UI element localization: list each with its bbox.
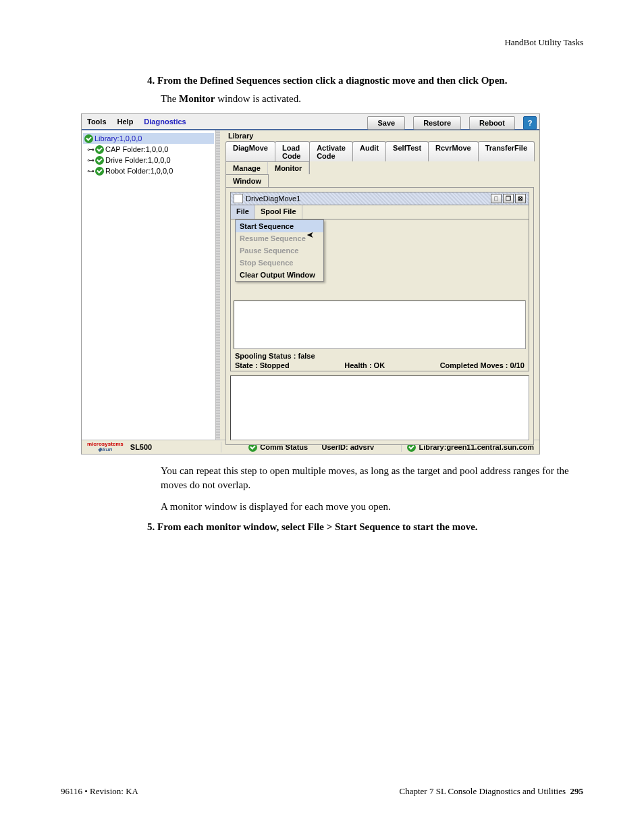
tab-panel: DriveDiagMove1 □ ❐ ⊠ File Spool File Sta… [225, 187, 534, 445]
tabs-row-2: Manage Monitor [225, 161, 310, 174]
inner-menu-file[interactable]: File [231, 205, 255, 219]
step-4-body-post: window is activated. [215, 93, 300, 104]
step-5: 5. From each monitor window, select File… [147, 521, 583, 533]
sun-logo-icon: microsystems ◆Sun [87, 442, 124, 452]
window-titlebar[interactable]: DriveDiagMove1 □ ❐ ⊠ [231, 192, 529, 205]
menu-help[interactable]: Help [112, 116, 139, 127]
window-title: DriveDiagMove1 [246, 194, 300, 203]
page-footer: 96116 • Revision: KA Chapter 7 SL Consol… [61, 786, 583, 797]
check-icon [95, 156, 104, 165]
right-pane: Library DiagMove Load Code Activate Code… [220, 130, 539, 440]
menu-diagnostics[interactable]: Diagnostics [138, 116, 191, 127]
page-number: 295 [570, 786, 584, 796]
step-5-number: 5. [147, 521, 155, 532]
inner-statusbar: State : Stopped Health : OK Completed Mo… [235, 361, 525, 369]
tab-loadcode[interactable]: Load Code [275, 141, 310, 161]
tree-item-cap[interactable]: ⊶ CAP Folder:1,0,0,0 [83, 144, 214, 155]
completed-moves-label: Completed Moves : 0/10 [440, 361, 525, 369]
minimize-icon[interactable]: □ [491, 194, 502, 203]
step-4-body-bold: Monitor [179, 93, 215, 104]
file-dropdown: Start Sequence Resume Sequence Pause Seq… [235, 219, 324, 282]
check-icon [95, 167, 104, 176]
tabs-row-1: DiagMove Load Code Activate Code Audit S… [225, 141, 534, 161]
inner-menu-spoolfile[interactable]: Spool File [255, 205, 302, 219]
footer-right: Chapter 7 SL Console Diagnostics and Uti… [400, 786, 584, 797]
save-button[interactable]: Save [367, 116, 405, 130]
tree-item-label: Robot Folder:1,0,0,0 [105, 167, 173, 175]
bottom-output-area [230, 375, 529, 440]
tab-monitor[interactable]: Monitor [268, 162, 309, 174]
tree-root[interactable]: Library:1,0,0,0 [83, 133, 214, 144]
step-4-body: The Monitor window is activated. [161, 92, 583, 105]
inner-output-area [234, 301, 526, 349]
tab-window[interactable]: Window [226, 175, 268, 187]
tree-root-label: Library:1,0,0,0 [95, 134, 142, 142]
tab-audit[interactable]: Audit [352, 141, 386, 161]
dropdown-clear-output[interactable]: Clear Output Window [236, 269, 323, 281]
tree-item-drive[interactable]: ⊶ Drive Folder:1,0,0,0 [83, 155, 214, 165]
dropdown-stop-sequence[interactable]: Stop Sequence [236, 257, 323, 269]
tab-activatecode[interactable]: Activate Code [309, 141, 353, 161]
tab-manage[interactable]: Manage [226, 162, 268, 174]
menu-tools[interactable]: Tools [82, 116, 112, 127]
running-header: HandBot Utility Tasks [61, 37, 583, 48]
health-label: Health : OK [344, 361, 385, 369]
step-4: 4. From the Defined Sequences section cl… [147, 75, 583, 86]
dropdown-pause-sequence[interactable]: Pause Sequence [236, 244, 323, 257]
tab-diagmove[interactable]: DiagMove [225, 141, 275, 161]
tree-item-robot[interactable]: ⊶ Robot Folder:1,0,0,0 [83, 165, 214, 176]
screenshot-monitor-window: Tools Help Diagnostics Save Restore Rebo… [81, 113, 540, 454]
step-4-text: From the Defined Sequences section click… [157, 75, 507, 86]
expand-icon[interactable]: ⊶ [87, 156, 94, 165]
check-icon [95, 145, 104, 154]
step-4-body-pre: The [161, 93, 179, 104]
product-label: SL500 [130, 443, 152, 451]
maximize-icon[interactable]: ❐ [503, 194, 514, 203]
tree-item-label: CAP Folder:1,0,0,0 [105, 145, 168, 153]
reboot-button[interactable]: Reboot [469, 116, 515, 130]
tree-item-label: Drive Folder:1,0,0,0 [105, 156, 171, 164]
after-shot-2: A monitor window is displayed for each m… [161, 500, 583, 513]
library-fieldset-label: Library [227, 132, 254, 140]
restore-button[interactable]: Restore [413, 116, 461, 130]
close-icon[interactable]: ⊠ [515, 194, 526, 203]
status-product: microsystems ◆Sun SL500 [82, 442, 221, 452]
help-icon[interactable]: ? [523, 116, 537, 130]
tab-transferfile[interactable]: TransferFile [478, 141, 535, 161]
step-4-number: 4. [147, 75, 155, 86]
expand-icon[interactable]: ⊶ [87, 145, 94, 154]
window-icon [234, 194, 243, 203]
expand-icon[interactable]: ⊶ [87, 167, 94, 176]
toolbar-right: Save Restore Reboot ? [367, 116, 537, 130]
drive-diag-window: DriveDiagMove1 □ ❐ ⊠ File Spool File Sta… [230, 192, 529, 371]
inner-menubar: File Spool File [231, 205, 529, 219]
footer-chapter: Chapter 7 SL Console Diagnostics and Uti… [400, 786, 566, 796]
state-label: State : Stopped [235, 361, 290, 369]
tree-pane: Library:1,0,0,0 ⊶ CAP Folder:1,0,0,0 ⊶ D… [82, 130, 216, 440]
after-shot-1: You can repeat this step to open multipl… [161, 464, 583, 492]
spool-status: Spooling Status : false [235, 352, 315, 360]
footer-left: 96116 • Revision: KA [61, 786, 138, 797]
tab-rcvrmove[interactable]: RcvrMove [428, 141, 479, 161]
cursor-icon: ➤ [306, 230, 314, 240]
tabs-row-3: Window [225, 174, 269, 187]
check-icon [84, 134, 93, 143]
tab-selftest[interactable]: SelfTest [385, 141, 429, 161]
step-5-text: From each monitor window, select File > … [157, 521, 478, 532]
